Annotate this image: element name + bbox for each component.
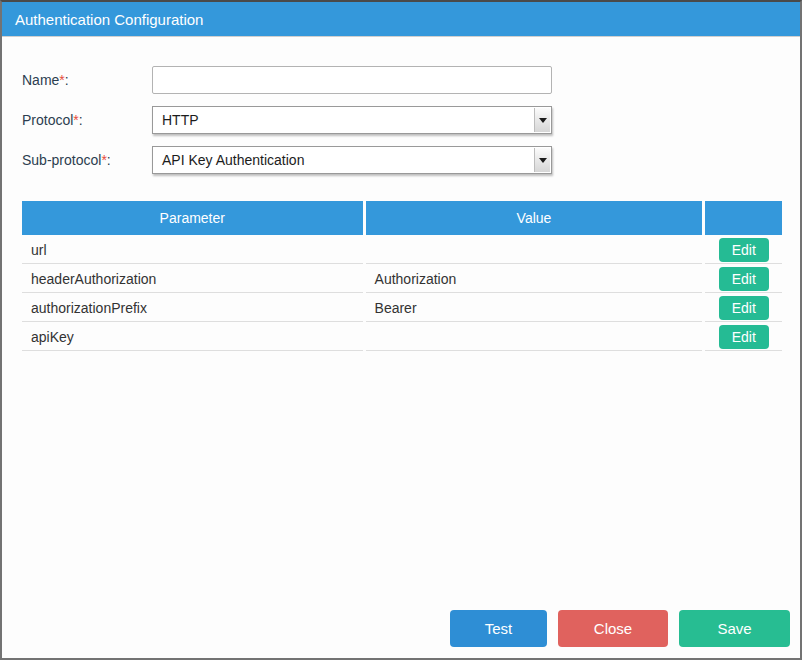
parameter-cell: headerAuthorization	[22, 265, 363, 293]
value-cell: Authorization	[366, 265, 703, 293]
name-field-row: Name*:	[22, 66, 785, 94]
value-column-header: Value	[366, 201, 703, 235]
save-button[interactable]: Save	[679, 610, 790, 647]
edit-button[interactable]: Edit	[719, 238, 769, 262]
parameter-table: Parameter Value url Edit headerAuthoriza…	[19, 200, 785, 352]
dialog-title: Authentication Configuration	[15, 11, 203, 28]
parameter-column-header: Parameter	[22, 201, 363, 235]
table-row: apiKey Edit	[22, 323, 782, 351]
test-button[interactable]: Test	[450, 610, 547, 647]
parameter-cell: apiKey	[22, 323, 363, 351]
action-cell: Edit	[705, 294, 782, 322]
sub-protocol-selected-value: API Key Authentication	[162, 152, 304, 168]
auth-config-dialog: Authentication Configuration Name*: Prot…	[0, 0, 802, 660]
name-label: Name*:	[22, 72, 152, 88]
parameter-cell: authorizationPrefix	[22, 294, 363, 322]
close-button[interactable]: Close	[558, 610, 668, 647]
parameter-cell: url	[22, 236, 363, 264]
chevron-down-icon	[534, 108, 550, 132]
protocol-select[interactable]: HTTP	[152, 106, 552, 134]
value-cell	[366, 236, 703, 264]
action-column-header	[705, 201, 782, 235]
chevron-down-icon	[534, 148, 550, 172]
dialog-titlebar: Authentication Configuration	[2, 2, 800, 37]
table-row: authorizationPrefix Bearer Edit	[22, 294, 782, 322]
value-cell	[366, 323, 703, 351]
protocol-selected-value: HTTP	[162, 112, 199, 128]
sub-protocol-field-row: Sub-protocol*: API Key Authentication	[22, 146, 785, 174]
action-cell: Edit	[705, 265, 782, 293]
table-row: headerAuthorization Authorization Edit	[22, 265, 782, 293]
dialog-footer: Test Close Save	[450, 610, 790, 647]
table-row: url Edit	[22, 236, 782, 264]
action-cell: Edit	[705, 323, 782, 351]
value-cell: Bearer	[366, 294, 703, 322]
dialog-content: Name*: Protocol*: HTTP Sub-protocol*: AP…	[2, 37, 800, 352]
param-table-body: url Edit headerAuthorization Authorizati…	[22, 236, 782, 351]
protocol-label: Protocol*:	[22, 112, 152, 128]
edit-button[interactable]: Edit	[719, 267, 769, 291]
sub-protocol-label: Sub-protocol*:	[22, 152, 152, 168]
name-input[interactable]	[152, 66, 552, 94]
protocol-field-row: Protocol*: HTTP	[22, 106, 785, 134]
table-header-row: Parameter Value	[22, 201, 782, 235]
edit-button[interactable]: Edit	[719, 325, 769, 349]
sub-protocol-select[interactable]: API Key Authentication	[152, 146, 552, 174]
action-cell: Edit	[705, 236, 782, 264]
edit-button[interactable]: Edit	[719, 296, 769, 320]
